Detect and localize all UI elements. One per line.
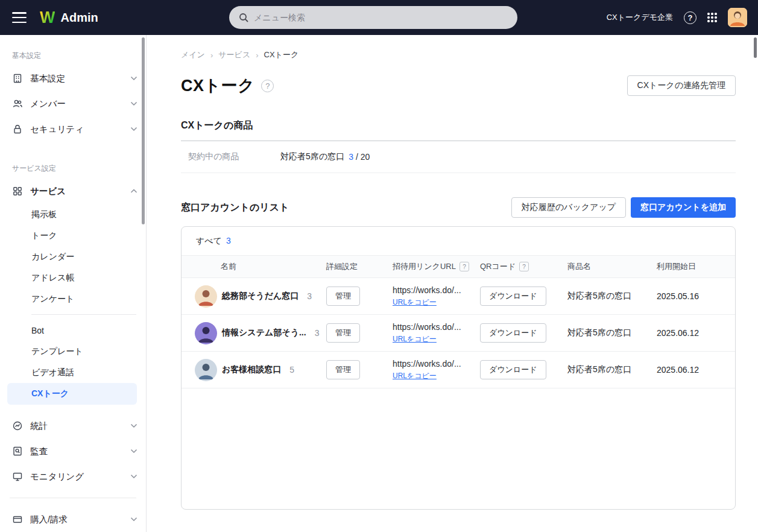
backup-history-button[interactable]: 対応履歴のバックアップ (511, 197, 626, 218)
breadcrumb-service[interactable]: サービス (218, 49, 250, 60)
account-avatar (195, 285, 217, 308)
chevron-down-icon (130, 423, 137, 428)
chart-icon (12, 420, 23, 431)
divider (10, 498, 136, 498)
invite-url-help-icon[interactable]: ? (460, 262, 469, 271)
chevron-down-icon (130, 76, 137, 81)
sidebar-section-basic-label: 基本設定 (0, 45, 146, 66)
invite-url-text: https://works.do/... (393, 359, 480, 369)
table-row: 総務部そうだん窓口 3 管理 https://works.do/... URLを… (182, 278, 735, 315)
contact-manage-button[interactable]: CXトークの連絡先管理 (627, 75, 736, 96)
column-header-invite-url: 招待用リンクURL (393, 261, 456, 272)
sidebar-subitem-board[interactable]: 掲示板 (7, 204, 137, 225)
accounts-header: 窓口アカウントのリスト 対応履歴のバックアップ 窓口アカウントを追加 (181, 197, 736, 218)
filter-tab-all[interactable]: すべて3 (196, 236, 231, 247)
title-row: CXトーク ? CXトークの連絡先管理 (181, 74, 736, 98)
search-input[interactable] (254, 13, 508, 22)
breadcrumb-cx-talk[interactable]: CXトーク (264, 49, 299, 60)
account-avatar (195, 359, 217, 381)
app-title: Admin (60, 11, 98, 25)
sidebar-subitem-talk[interactable]: トーク (7, 225, 137, 246)
start-date-cell: 2025.06.12 (657, 328, 735, 338)
qr-download-button[interactable]: ダウンロード (480, 323, 546, 343)
sidebar-item-label: モニタリング (30, 471, 84, 483)
topbar-right: CXトークデモ企業 ? (607, 8, 747, 27)
copy-url-link[interactable]: URLをコピー (393, 297, 437, 308)
table-header-row: 名前 詳細設定 招待用リンクURL ? QRコード ? 商品名 利用開始日 (182, 256, 735, 278)
table-row: お客様相談窓口 5 管理 https://works.do/... URLをコピ… (182, 352, 735, 388)
title-help-icon[interactable]: ? (261, 80, 274, 92)
sidebar-item-label: 統計 (30, 420, 48, 432)
manage-button[interactable]: 管理 (326, 323, 360, 343)
page-scrollbar[interactable] (754, 37, 757, 58)
help-icon[interactable]: ? (684, 11, 696, 24)
sidebar-scrollbar[interactable] (142, 37, 145, 224)
apps-grid-icon[interactable] (707, 13, 717, 22)
products-row: 契約中の商品 対応者5席の窓口 3 / 20 (181, 141, 736, 173)
company-name: CXトークデモ企業 (607, 12, 673, 23)
products-table: 契約中の商品 対応者5席の窓口 3 / 20 (181, 141, 736, 173)
topbar: W Admin CXトークデモ企業 ? (0, 0, 758, 35)
sidebar-item-label: メンバー (30, 98, 66, 110)
add-account-button[interactable]: 窓口アカウントを追加 (631, 197, 736, 218)
accounts-section-heading: 窓口アカウントのリスト (181, 201, 289, 214)
sidebar-subitem-video-call[interactable]: ビデオ通話 (7, 362, 137, 383)
contract-used-count[interactable]: 3 (349, 152, 353, 162)
user-avatar[interactable] (728, 8, 747, 27)
sidebar-item-label: 購入/請求 (30, 514, 68, 525)
sidebar: 基本設定 基本設定 メンバー セキュリティ サービス設定 サービス 掲示板 トー… (0, 35, 147, 532)
sidebar-item-monitoring[interactable]: モニタリング (0, 464, 146, 489)
account-name[interactable]: お客様相談窓口 (222, 364, 281, 375)
invite-url-text: https://works.do/... (393, 322, 480, 332)
account-avatar (195, 322, 217, 344)
accounts-card: すべて3 名前 詳細設定 招待用リンクURL ? QRコード ? 商品名 利用開… (181, 226, 736, 510)
menu-search[interactable] (229, 6, 517, 29)
account-member-count: 3 (315, 328, 320, 338)
hamburger-menu-icon[interactable] (12, 12, 27, 23)
account-name[interactable]: 情報システム部そう... (222, 328, 306, 338)
column-header-qr: QRコード (480, 261, 516, 272)
sidebar-item-billing[interactable]: 購入/請求 (0, 507, 146, 532)
breadcrumb-main[interactable]: メイン (181, 49, 205, 60)
search-icon (239, 13, 248, 22)
sidebar-item-audit[interactable]: 監査 (0, 439, 146, 464)
sidebar-item-members[interactable]: メンバー (0, 91, 146, 116)
qr-download-button[interactable]: ダウンロード (480, 287, 546, 306)
qr-help-icon[interactable]: ? (519, 262, 529, 271)
contract-quota: / 20 (356, 152, 370, 162)
avatar-person-icon (195, 322, 217, 344)
column-header-product: 商品名 (567, 261, 657, 272)
account-name[interactable]: 総務部そうだん窓口 (222, 291, 298, 302)
sidebar-subitem-bot[interactable]: Bot (7, 320, 137, 341)
qr-download-button[interactable]: ダウンロード (480, 360, 546, 379)
account-member-count: 3 (307, 291, 312, 301)
account-member-count: 5 (289, 365, 294, 375)
chevron-down-icon (130, 449, 137, 454)
copy-url-link[interactable]: URLをコピー (393, 334, 437, 344)
breadcrumb: メイン › サービス › CXトーク (181, 49, 736, 60)
app-logo[interactable]: W Admin (40, 10, 98, 26)
sidebar-subitem-calendar[interactable]: カレンダー (7, 246, 137, 267)
divider (31, 314, 136, 315)
product-name-cell: 対応者5席の窓口 (567, 328, 657, 338)
sidebar-item-basic-settings[interactable]: 基本設定 (0, 66, 146, 91)
sidebar-item-statistics[interactable]: 統計 (0, 413, 146, 439)
column-header-name: 名前 (195, 261, 326, 272)
sidebar-subitem-survey[interactable]: アンケート (7, 288, 137, 309)
copy-url-link[interactable]: URLをコピー (393, 371, 437, 381)
sidebar-item-service[interactable]: サービス (0, 179, 146, 204)
filter-all-label: すべて (196, 236, 222, 245)
sidebar-section-service-label: サービス設定 (0, 157, 146, 179)
chevron-up-icon (130, 189, 137, 194)
column-header-start-date: 利用開始日 (657, 261, 735, 272)
table-row: 情報システム部そう... 3 管理 https://works.do/... U… (182, 315, 735, 352)
monitor-icon (12, 471, 23, 482)
sidebar-item-label: サービス (30, 186, 66, 197)
sidebar-item-security[interactable]: セキュリティ (0, 116, 146, 142)
manage-button[interactable]: 管理 (326, 287, 360, 306)
manage-button[interactable]: 管理 (326, 360, 360, 379)
sidebar-subitem-contacts[interactable]: アドレス帳 (7, 267, 137, 288)
sidebar-subitem-cx-talk[interactable]: CXトーク (7, 383, 137, 405)
chevron-down-icon (130, 474, 137, 479)
sidebar-subitem-template[interactable]: テンプレート (7, 341, 137, 362)
